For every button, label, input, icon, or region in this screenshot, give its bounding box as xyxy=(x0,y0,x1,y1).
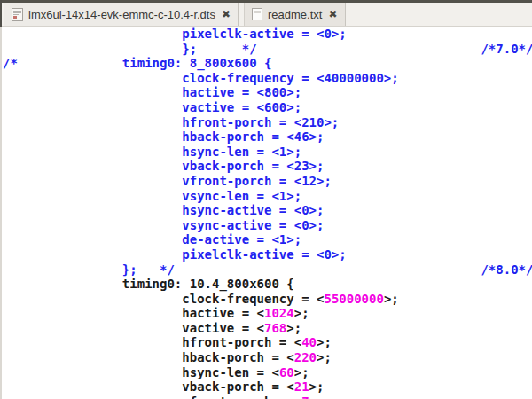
code-line: vback-porch = <21>; xyxy=(2,379,532,395)
code-line: /* timing0: 8_800x600 { xyxy=(2,56,532,71)
tab-readme[interactable]: readme.txt ✖ xyxy=(244,3,345,26)
code-line: hfront-porch = <40>; xyxy=(2,335,532,350)
code-line: hactive = <800>; xyxy=(2,85,532,100)
text-file-icon xyxy=(252,8,262,20)
code-line: pixelclk-active = <0>; xyxy=(2,247,532,262)
code-line: timing0: 10.4_800x600 { xyxy=(2,277,532,292)
code-line: hfront-porch = <210>; xyxy=(2,115,532,130)
tab-bar: imx6ul-14x14-evk-emmc-c-10.4-r.dts ✖ rea… xyxy=(0,3,532,27)
code-line: }; */ /*7.0*/ xyxy=(2,42,532,57)
code-line: clock-frequency = <55000000>; xyxy=(2,292,532,307)
gedit-window: imx6ul-14x14-evk-emmc-c-10.4-r.dts ✖ rea… xyxy=(0,0,532,399)
code-line: pixelclk-active = <0>; xyxy=(2,27,532,42)
code-line: }; */ /*8.0*/ xyxy=(2,262,532,278)
code-lines: pixelclk-active = <0>; }; */ /*7.0*//* t… xyxy=(2,27,532,399)
code-line: vsync-len = <1>; xyxy=(2,189,532,204)
tab-label-dts: imx6ul-14x14-evk-emmc-c-10.4-r.dts xyxy=(28,8,215,21)
source-file-icon xyxy=(12,8,23,21)
code-line: de-active = <1>; xyxy=(2,232,532,247)
code-line: hback-porch = <46>; xyxy=(2,129,532,145)
code-line: hback-porch = <220>; xyxy=(2,350,532,365)
code-line: vfront-porch = <12>; xyxy=(2,174,532,189)
tab-dts-file[interactable]: imx6ul-14x14-evk-emmc-c-10.4-r.dts ✖ xyxy=(4,3,239,26)
code-line: hsync-len = <60>; xyxy=(2,365,532,380)
code-line: vsync-active = <0>; xyxy=(2,218,532,233)
code-line: vactive = <600>; xyxy=(2,100,532,115)
code-line: clock-frequency = <40000000>; xyxy=(2,71,532,86)
window-left-border-dark xyxy=(0,0,2,27)
code-line: vback-porch = <23>; xyxy=(2,159,532,174)
code-line: hsync-len = <1>; xyxy=(2,145,532,160)
code-line: vactive = <768>; xyxy=(2,321,532,336)
code-line: vfront-porch = <7>; xyxy=(2,395,532,399)
close-icon[interactable]: ✖ xyxy=(222,9,231,20)
code-line: hactive = <1024>; xyxy=(2,306,532,321)
close-icon[interactable]: ✖ xyxy=(328,9,337,20)
code-line: hsync-active = <0>; xyxy=(2,203,532,218)
text-editor-area[interactable]: pixelclk-active = <0>; }; */ /*7.0*//* t… xyxy=(2,27,532,399)
tab-label-readme: readme.txt xyxy=(268,8,322,21)
